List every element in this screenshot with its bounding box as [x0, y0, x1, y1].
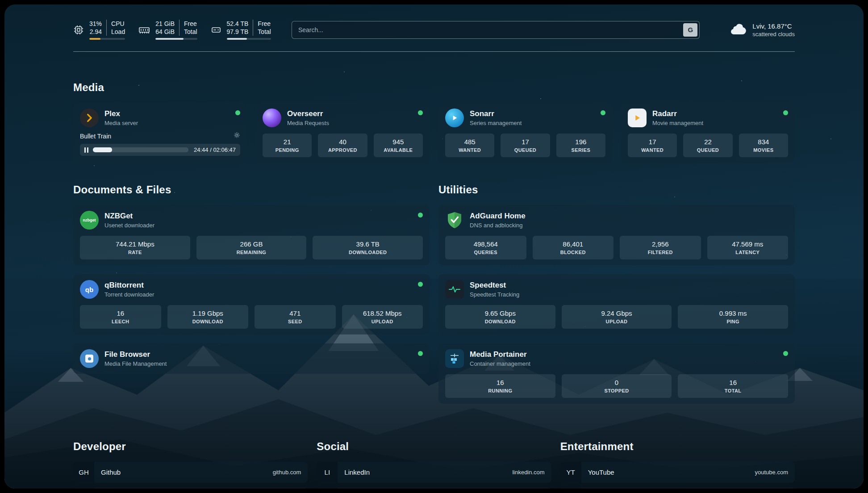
status-dot	[418, 351, 423, 356]
service-card-sonarr[interactable]: Sonarr Series management 485WANTED 17QUE…	[438, 103, 612, 163]
weather-widget: Lviv, 16.87°C scattered clouds	[729, 22, 795, 38]
service-card-filebrowser[interactable]: File Browser Media File Management	[73, 343, 430, 374]
stat-queued: 22QUEUED	[683, 134, 732, 157]
stat-ping: 0.993 msPING	[678, 305, 788, 329]
ram-total: 64 GiB	[155, 28, 175, 36]
qbittorrent-icon: qb	[80, 280, 99, 299]
divider	[253, 20, 253, 36]
section-title-entertainment: Entertainment	[560, 440, 795, 453]
stat-upload: 618.52 MbpsUPLOAD	[342, 305, 423, 329]
bookmark-stackoverflow[interactable]: SO StackOverflow stackoverflow.com	[73, 488, 308, 489]
stat-remaining: 266 GBREMAINING	[196, 236, 307, 259]
stat-leech: 16LEECH	[80, 305, 161, 329]
stat-running: 16RUNNING	[445, 374, 555, 398]
search-bar: G	[292, 21, 700, 39]
status-dot	[783, 351, 788, 356]
search-input[interactable]	[292, 21, 700, 39]
playback-time: 24:44 / 02:06:47	[194, 146, 236, 153]
disk-label-2: Total	[258, 28, 271, 36]
stat-pending: 21PENDING	[263, 134, 312, 157]
status-dot	[235, 110, 240, 115]
snow-particles	[4, 4, 5, 5]
stat-seed: 471SEED	[255, 305, 336, 329]
service-desc: Movie management	[652, 120, 703, 126]
service-card-speedtest[interactable]: Speedtest Speedtest Tracking 9.65 GbpsDO…	[438, 274, 795, 334]
disk-free: 52.4 TB	[227, 20, 249, 28]
status-dot	[601, 110, 605, 115]
dashboard-frame: 31% 2.94 CPU Load	[4, 4, 864, 489]
service-card-nzbget[interactable]: nzbget NZBGet Usenet downloader 744.21 M…	[73, 205, 430, 265]
service-desc: Series management	[470, 120, 522, 126]
service-desc: Media Requests	[287, 120, 329, 126]
plex-now-playing: Bullet Train 24:44 / 02:06:47	[80, 132, 240, 156]
bookmark-name: YouTube	[588, 468, 614, 476]
filebrowser-icon	[80, 349, 99, 368]
service-desc: Container management	[470, 360, 530, 367]
stat-wanted: 17WANTED	[628, 134, 677, 157]
social-section: Social LI LinkedIn linkedin.com TW Twitt…	[317, 440, 551, 489]
stat-latency: 47.569 msLATENCY	[707, 236, 789, 259]
stat-approved: 40APPROVED	[318, 134, 367, 157]
ram-label-2: Total	[184, 28, 197, 36]
stat-upload: 9.24 GbpsUPLOAD	[562, 305, 672, 329]
service-name: Speedtest	[470, 281, 519, 290]
ram-widget: 21 GiB 64 GiB Free Total	[138, 20, 197, 40]
service-card-radarr[interactable]: Radarr Movie management 17WANTED 22QUEUE…	[621, 103, 795, 163]
cpu-icon	[73, 25, 84, 35]
bookmark-url: youtube.com	[755, 469, 788, 476]
speedtest-icon	[445, 280, 464, 299]
service-card-adguard[interactable]: AdGuard Home DNS and adblocking 498,564Q…	[438, 205, 795, 265]
section-title-documents: Documents & Files	[73, 184, 430, 196]
bookmark-abbr: LI	[317, 462, 338, 483]
section-title-social: Social	[317, 440, 551, 453]
stat-series: 196SERIES	[556, 134, 605, 157]
bookmark-netflix[interactable]: NF Netflix netflix.com	[560, 488, 795, 489]
service-name: NZBGet	[104, 212, 154, 221]
bookmark-youtube[interactable]: YT YouTube youtube.com	[560, 462, 795, 483]
cpu-usage-bar	[89, 38, 125, 40]
stat-download: 1.19 GbpsDOWNLOAD	[167, 305, 249, 329]
service-name: Media Portainer	[470, 350, 530, 359]
utilities-section: Utilities AdGuard Home	[438, 184, 795, 413]
service-name: AdGuard Home	[470, 212, 526, 221]
gear-icon[interactable]	[234, 132, 240, 140]
sonarr-icon	[445, 109, 464, 127]
service-card-qbittorrent[interactable]: qb qBittorrent Torrent downloader 16LEEC…	[73, 274, 430, 334]
nzbget-icon: nzbget	[80, 211, 99, 230]
bookmark-twitter[interactable]: TW Twitter twitter.com	[317, 488, 551, 489]
ram-icon	[138, 25, 150, 35]
cloud-icon	[729, 23, 747, 37]
bookmark-linkedin[interactable]: LI LinkedIn linkedin.com	[317, 462, 551, 483]
stat-queued: 17QUEUED	[501, 134, 550, 157]
status-dot	[418, 213, 423, 217]
service-name: qBittorrent	[104, 281, 154, 290]
section-title-utilities: Utilities	[438, 184, 795, 196]
stat-movies: 834MOVIES	[739, 134, 788, 157]
service-desc: DNS and adblocking	[470, 222, 526, 229]
stat-total: 16TOTAL	[678, 374, 788, 398]
bookmark-url: linkedin.com	[512, 469, 544, 476]
portainer-icon	[445, 349, 464, 368]
divider	[179, 20, 179, 36]
ram-free: 21 GiB	[155, 20, 175, 28]
disk-total: 97.9 TB	[227, 28, 249, 36]
service-card-overseerr[interactable]: Overseerr Media Requests 21PENDING 40APP…	[256, 103, 430, 163]
section-title-developer: Developer	[73, 440, 308, 453]
bookmark-abbr: YT	[560, 462, 581, 483]
service-name: Plex	[104, 109, 138, 118]
bookmark-abbr: TW	[317, 488, 338, 489]
service-desc: Speedtest Tracking	[470, 291, 519, 298]
pause-button[interactable]	[84, 147, 88, 153]
service-name: Radarr	[652, 109, 703, 118]
cpu-percent: 31%	[89, 20, 102, 28]
playback-progress-bar[interactable]	[93, 147, 188, 152]
search-provider-button[interactable]: G	[683, 23, 697, 37]
plex-icon	[80, 109, 99, 127]
bookmark-abbr: SO	[73, 488, 94, 489]
stat-rate: 744.21 MbpsRATE	[80, 236, 190, 259]
service-desc: Usenet downloader	[104, 222, 154, 229]
bookmark-github[interactable]: GH Github github.com	[73, 462, 308, 483]
service-card-portainer[interactable]: Media Portainer Container management 16R…	[438, 343, 795, 404]
service-card-plex[interactable]: Plex Media server Bullet Train	[73, 103, 247, 163]
bookmark-name: LinkedIn	[344, 468, 370, 476]
